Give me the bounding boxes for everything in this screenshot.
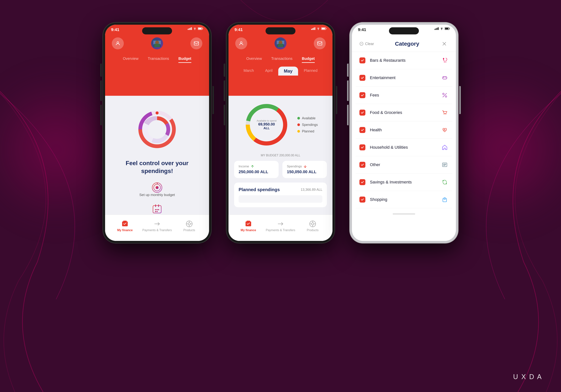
svg-rect-57 xyxy=(435,29,435,30)
category-name-bars: Bars & Restaurants xyxy=(370,58,441,63)
donut-amount: 69,950.00 xyxy=(257,122,276,126)
feature-budget-text: Set up monthly budget xyxy=(139,193,175,197)
legend-dot-planned xyxy=(297,130,300,133)
tab-products-label: Products xyxy=(183,229,195,232)
bars-icon xyxy=(441,57,448,64)
check-shopping xyxy=(359,196,365,203)
category-item-entertainment[interactable]: Entertainment xyxy=(356,69,452,87)
nav2-budget[interactable]: Budget xyxy=(302,55,315,63)
legend-planned: Planned xyxy=(297,130,318,133)
bag-icon xyxy=(442,196,448,203)
signal-icon-3 xyxy=(435,27,439,30)
phone3-power-btn xyxy=(459,86,461,114)
battery-icon-2 xyxy=(321,27,326,30)
clear-button[interactable]: Clear xyxy=(359,42,374,46)
phone-3: 9:41 xyxy=(350,22,458,243)
month-april[interactable]: April xyxy=(259,66,278,76)
svg-point-4 xyxy=(194,29,195,30)
svg-point-8 xyxy=(117,42,119,44)
svg-point-18 xyxy=(156,111,159,114)
nav2-transactions[interactable]: Transactions xyxy=(271,55,292,63)
phone1-profile-btn[interactable] xyxy=(112,37,124,49)
category-item-food[interactable]: Food & Groceries xyxy=(356,104,452,121)
phone2-profile-btn[interactable] xyxy=(235,37,247,49)
home-icon xyxy=(442,144,448,150)
phone2-vol-down-btn xyxy=(224,105,225,125)
legend-dot-available xyxy=(297,117,300,120)
category-item-household[interactable]: Household & Utilities xyxy=(356,139,452,156)
month-planned[interactable]: Planned xyxy=(298,66,323,76)
phone-1: 9:41 xyxy=(103,22,211,243)
phone1-body: Feel control over your spendings! xyxy=(105,96,209,215)
phone1-avatar[interactable] xyxy=(151,37,163,49)
month-march[interactable]: March xyxy=(238,66,259,76)
donut-label: Available to spend xyxy=(257,119,276,122)
close-button[interactable] xyxy=(440,40,448,48)
svg-rect-47 xyxy=(278,44,283,47)
legend-label-spendings: Spendings xyxy=(302,123,318,127)
tab-payments-label: Payments & Transfers xyxy=(142,229,172,232)
phone3-status-icons xyxy=(435,27,450,30)
check-icon-2 xyxy=(361,76,364,79)
wifi-icon-3 xyxy=(440,27,443,30)
uxda-logo: U X D A xyxy=(513,373,542,381)
check-icon-7 xyxy=(361,163,364,166)
pie-chart-svg xyxy=(135,107,180,152)
tab2-products[interactable]: Products xyxy=(297,220,329,232)
phone3-notch xyxy=(389,27,419,34)
check-bars xyxy=(359,57,365,63)
phone1-header-icons xyxy=(105,37,209,49)
category-name-other: Other xyxy=(370,162,441,167)
planned-title: Planned spendings xyxy=(239,187,280,192)
category-item-shopping[interactable]: Shopping xyxy=(356,191,452,208)
feature-budget: Set up monthly budget xyxy=(139,182,175,197)
tab2-my-finance[interactable]: My finance xyxy=(232,220,264,232)
phone2-mail-btn[interactable] xyxy=(314,37,326,49)
feature-planned: Add planned spendings here to not oversp… xyxy=(121,204,194,215)
tab-my-finance[interactable]: My finance xyxy=(109,220,141,232)
tab-payments[interactable]: Payments & Transfers xyxy=(141,220,173,232)
nav2-overview[interactable]: Overview xyxy=(246,55,262,63)
donut-legend: Available Spendings Planned xyxy=(297,116,318,133)
phone2-notch xyxy=(266,27,295,34)
phone1-status-icons xyxy=(188,27,203,30)
planned-header: Planned spendings 13,366.89 ALL xyxy=(239,187,322,192)
category-item-health[interactable]: Health xyxy=(356,121,452,139)
svg-point-27 xyxy=(158,209,159,210)
category-item-fees[interactable]: Fees xyxy=(356,87,452,104)
svg-rect-35 xyxy=(311,29,312,30)
phone2-header-icons xyxy=(228,37,333,49)
category-list: Bars & Restaurants xyxy=(352,52,456,238)
phone2-status-icons xyxy=(311,27,326,30)
avatar-image-2 xyxy=(277,40,284,47)
category-item-bars[interactable]: Bars & Restaurants xyxy=(356,52,452,69)
check-icon-3 xyxy=(361,94,364,97)
tab-my-finance-label: My finance xyxy=(117,229,133,232)
nav-transactions[interactable]: Transactions xyxy=(148,55,169,63)
category-title: Category xyxy=(395,41,419,47)
mail-icon-2 xyxy=(317,41,322,46)
donut-center: Available to spend 69,950.00 ALL xyxy=(257,119,276,130)
phone1-mail-btn[interactable] xyxy=(190,37,202,49)
phone2-avatar[interactable] xyxy=(275,37,286,49)
category-item-other[interactable]: Other xyxy=(356,156,452,174)
spending-box: Spendings 150,050.00 ALL xyxy=(282,161,327,178)
svg-rect-36 xyxy=(312,28,313,30)
nav-overview[interactable]: Overview xyxy=(123,55,138,63)
phone3-vol-up-btn xyxy=(347,80,349,101)
tab2-payments[interactable]: Payments & Transfers xyxy=(264,220,297,232)
income-spending-row: Income 250,000.00 ALL Spendings xyxy=(234,161,327,178)
nav-budget[interactable]: Budget xyxy=(178,55,191,63)
svg-point-25 xyxy=(155,209,156,210)
category-item-savings[interactable]: Savings & Investments xyxy=(356,174,452,191)
svg-point-61 xyxy=(441,29,442,30)
category-name-fees: Fees xyxy=(370,93,441,98)
month-may[interactable]: May xyxy=(278,66,298,76)
svg-rect-38 xyxy=(314,27,315,30)
tab-products[interactable]: Products xyxy=(173,220,205,232)
phone2-month-tabs: March April May Planned xyxy=(228,66,333,76)
svg-point-26 xyxy=(157,209,158,210)
heart-icon xyxy=(442,127,448,133)
clear-icon xyxy=(359,42,364,46)
phone1-tab-bar: My finance Payments & Transfers xyxy=(105,215,209,241)
